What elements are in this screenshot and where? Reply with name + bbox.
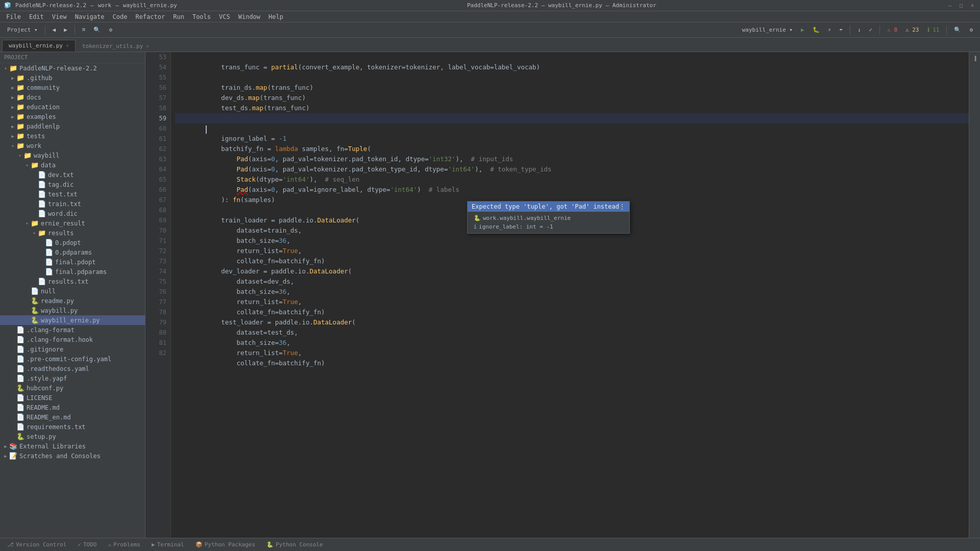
bottom-tab-python-console[interactable]: 🐍 Python Console bbox=[261, 540, 328, 549]
run-config-dropdown[interactable]: waybill_ernie ▾ bbox=[739, 26, 796, 34]
sidebar-item-data[interactable]: ▾ 📁 data bbox=[0, 160, 145, 170]
sidebar-item-null[interactable]: ▶ 📄 null bbox=[0, 286, 145, 296]
tab-tokenizer-utils[interactable]: tokenizer_utils.py × bbox=[76, 40, 156, 52]
tooltip-item-2[interactable]: i ignore_label: int = -1 bbox=[472, 222, 625, 231]
vcs-commit-button[interactable]: ✓ bbox=[866, 26, 876, 34]
expand-arrow-paddlenlp-pkg[interactable]: ▶ bbox=[9, 124, 16, 129]
code-line-62[interactable]: Pad(axis=0, pad_val=tokenizer.pad_token_… bbox=[175, 144, 969, 154]
expand-arrow-examples[interactable]: ▶ bbox=[9, 114, 16, 119]
sidebar-item-finalpdparams[interactable]: ▶ 📄 final.pdparams bbox=[0, 267, 145, 277]
sidebar-item-waybill-py[interactable]: ▶ 🐍 waybill.py bbox=[0, 306, 145, 315]
code-line-59[interactable] bbox=[175, 113, 969, 123]
sidebar-item-docs[interactable]: ▶ 📁 docs bbox=[0, 92, 145, 102]
menu-navigate[interactable]: Navigate bbox=[71, 12, 109, 21]
expand-arrow-paddlenlp[interactable]: ▾ bbox=[2, 66, 9, 71]
sidebar-item-community[interactable]: ▶ 📁 community bbox=[0, 83, 145, 92]
sidebar-item-paddlenlp[interactable]: ▾ 📁 PaddleNLP-release-2.2 bbox=[0, 63, 145, 73]
sidebar-item-github[interactable]: ▶ 📁 .github bbox=[0, 73, 145, 83]
code-line-60[interactable]: ignore_label = -1 bbox=[175, 123, 969, 134]
sidebar-item-waybill-ernie-py[interactable]: ▶ 🐍 waybill_ernie.py bbox=[0, 315, 145, 325]
tab-waybill-ernie[interactable]: waybill_ernie.py × bbox=[2, 40, 76, 52]
code-line-72[interactable]: collate_fn=batchify_fn) bbox=[175, 246, 969, 256]
sidebar-item-work[interactable]: ▾ 📁 work bbox=[0, 141, 145, 151]
menu-code[interactable]: Code bbox=[109, 12, 132, 21]
sidebar-item-test-txt[interactable]: ▶ 📄 test.txt bbox=[0, 189, 145, 199]
sidebar-item-setup-py[interactable]: ▶ 🐍 setup.py bbox=[0, 432, 145, 441]
sidebar-item-readme-py[interactable]: ▶ 🐍 readme.py bbox=[0, 296, 145, 306]
tab-close-waybill-ernie[interactable]: × bbox=[66, 43, 69, 48]
expand-arrow-ernie-result[interactable]: ▾ bbox=[23, 221, 31, 226]
code-line-80[interactable]: batch_size=36, bbox=[175, 328, 969, 338]
code-line-79[interactable]: dataset=test_ds, bbox=[175, 317, 969, 328]
tooltip-item-1[interactable]: 🐍 work.waybill.waybill_ernie bbox=[472, 214, 625, 222]
code-line-65[interactable]: Pad(axis=0, pad_val=ignore_label, dtype=… bbox=[175, 174, 969, 185]
settings-button[interactable]: ⚙ bbox=[966, 26, 976, 34]
sidebar-item-readme-md[interactable]: ▶ 📄 README.md bbox=[0, 403, 145, 412]
tooltip-more-icon[interactable]: ⋮ bbox=[619, 203, 625, 210]
sidebar-item-hubconf-py[interactable]: ▶ 🐍 hubconf.py bbox=[0, 383, 145, 393]
sidebar-item-examples[interactable]: ▶ 📁 examples bbox=[0, 112, 145, 121]
code-line-74[interactable]: dataset=dev_ds, bbox=[175, 266, 969, 277]
error-count[interactable]: ⚠ 8 bbox=[884, 26, 900, 34]
code-line-77[interactable]: collate_fn=batchify_fn) bbox=[175, 297, 969, 307]
sidebar-item-train-txt[interactable]: ▶ 📄 train.txt bbox=[0, 199, 145, 209]
run-button[interactable]: ▶ bbox=[798, 26, 807, 34]
minimize-button[interactable]: – bbox=[946, 2, 953, 9]
expand-arrow-waybill[interactable]: ▾ bbox=[16, 153, 23, 158]
sidebar-item-results-txt[interactable]: ▶ 📄 results.txt bbox=[0, 277, 145, 286]
sidebar-item-results[interactable]: ▾ 📁 results bbox=[0, 228, 145, 238]
toolbar-btn-structure[interactable]: ⌘ bbox=[79, 26, 89, 34]
bottom-tab-todo[interactable]: ✓ TODO bbox=[72, 540, 102, 549]
menu-help[interactable]: Help bbox=[264, 12, 287, 21]
expand-arrow-education[interactable]: ▶ bbox=[9, 105, 16, 110]
sidebar-item-ernie-result[interactable]: ▾ 📁 ernie_result bbox=[0, 218, 145, 228]
sidebar-item-external-libraries[interactable]: ▶ 📚 External Libraries bbox=[0, 441, 145, 451]
sidebar-item-gitignore[interactable]: ▶ 📄 .gitignore bbox=[0, 344, 145, 354]
info-count[interactable]: ℹ 11 bbox=[924, 26, 943, 34]
minimap-icon[interactable]: ▐ bbox=[970, 54, 979, 63]
code-line-76[interactable]: return_list=True, bbox=[175, 287, 969, 297]
bottom-tab-python-packages[interactable]: 📦 Python Packages bbox=[190, 540, 260, 549]
toolbar-btn-search[interactable]: 🔍 bbox=[90, 26, 104, 34]
expand-arrow-github[interactable]: ▶ bbox=[9, 76, 16, 81]
sidebar-item-word-dic[interactable]: ▶ 📄 word.dic bbox=[0, 209, 145, 218]
sidebar-item-dev-txt[interactable]: ▶ 📄 dev.txt bbox=[0, 170, 145, 180]
sidebar-item-readthedocs[interactable]: ▶ 📄 .readthedocs.yaml bbox=[0, 364, 145, 373]
expand-arrow-work[interactable]: ▾ bbox=[9, 143, 16, 148]
menu-view[interactable]: View bbox=[48, 12, 71, 21]
sidebar-item-tests[interactable]: ▶ 📁 tests bbox=[0, 131, 145, 141]
code-area[interactable]: trans_func = partial(convert_example, to… bbox=[171, 52, 969, 538]
code-line-61[interactable]: batchify_fn = lambda samples, fn=Tuple( bbox=[175, 134, 969, 144]
sidebar-item-paddlenlp-pkg[interactable]: ▶ 📁 paddlenlp bbox=[0, 121, 145, 131]
code-line-81[interactable]: return_list=True, bbox=[175, 338, 969, 348]
expand-arrow-docs[interactable]: ▶ bbox=[9, 95, 16, 100]
menu-run[interactable]: Run bbox=[169, 12, 188, 21]
sidebar-item-pre-commit[interactable]: ▶ 📄 .pre-commit-config.yaml bbox=[0, 354, 145, 364]
code-line-82[interactable]: collate_fn=batchify_fn) bbox=[175, 348, 969, 358]
code-line-71[interactable]: return_list=True, bbox=[175, 236, 969, 246]
sidebar-item-finalpdopt[interactable]: ▶ 📄 final.pdopt bbox=[0, 257, 145, 267]
warning-count[interactable]: ⚠ 23 bbox=[902, 26, 922, 34]
sidebar-item-0pdparams[interactable]: ▶ 📄 0.pdparams bbox=[0, 247, 145, 257]
code-line-57[interactable]: test_ds.map(trans_func) bbox=[175, 93, 969, 103]
toolbar-btn-forward[interactable]: ▶ bbox=[61, 26, 70, 34]
menu-edit[interactable]: Edit bbox=[25, 12, 48, 21]
tab-close-tokenizer-utils[interactable]: × bbox=[146, 43, 149, 49]
maximize-button[interactable]: □ bbox=[958, 2, 965, 9]
debug-button[interactable]: 🐛 bbox=[810, 26, 823, 34]
expand-arrow-external-libraries[interactable]: ▶ bbox=[2, 444, 9, 449]
sidebar-item-readme-en-md[interactable]: ▶ 📄 README_en.md bbox=[0, 412, 145, 422]
code-line-73[interactable]: dev_loader = paddle.io.DataLoader( bbox=[175, 256, 969, 266]
menu-vcs[interactable]: VCS bbox=[215, 12, 234, 21]
sidebar-item-waybill[interactable]: ▾ 📁 waybill bbox=[0, 151, 145, 160]
sidebar-item-clang-format[interactable]: ▶ 📄 .clang-format bbox=[0, 325, 145, 335]
code-line-63[interactable]: Pad(axis=0, pad_val=tokenizer.pad_token_… bbox=[175, 154, 969, 164]
sidebar-item-requirements-txt[interactable]: ▶ 📄 requirements.txt bbox=[0, 422, 145, 432]
code-line-66[interactable]: ): fn(samples) bbox=[175, 185, 969, 195]
code-line-55[interactable]: train_ds.map(trans_func) bbox=[175, 72, 969, 83]
close-button[interactable]: × bbox=[969, 2, 976, 9]
toolbar-btn-settings[interactable]: ⚙ bbox=[106, 26, 115, 34]
menu-file[interactable]: File bbox=[2, 12, 25, 21]
sidebar-item-tag-dic[interactable]: ▶ 📄 tag.dic bbox=[0, 180, 145, 189]
code-line-53[interactable]: trans_func = partial(convert_example, to… bbox=[175, 52, 969, 62]
